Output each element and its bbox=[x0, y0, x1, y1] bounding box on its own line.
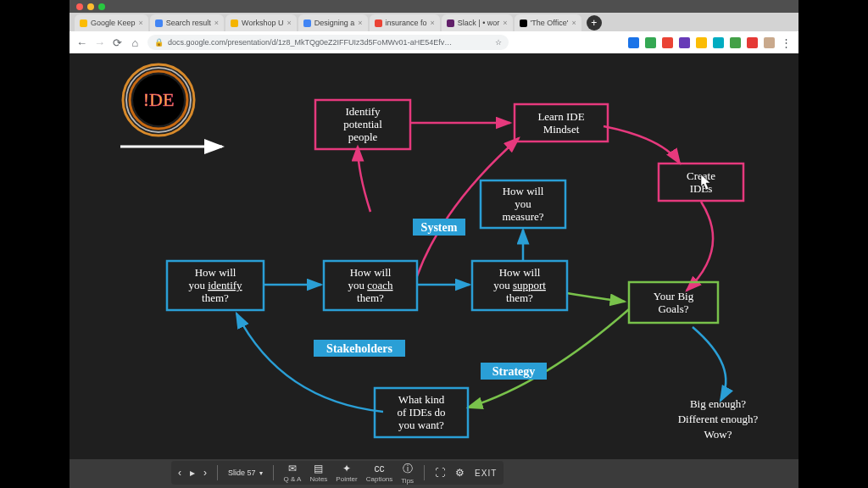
ext-icon[interactable] bbox=[679, 37, 690, 48]
slide-picker[interactable]: Slide 57▾ bbox=[228, 469, 263, 477]
tab-label: Workshop U bbox=[242, 19, 283, 27]
favicon bbox=[375, 19, 382, 27]
tag-stakeholders: Stakeholders bbox=[314, 340, 405, 357]
tab-label: Search result bbox=[166, 19, 211, 27]
ext-icon[interactable] bbox=[662, 37, 673, 48]
prev-slide-button[interactable]: ‹ bbox=[178, 467, 181, 479]
qa-button[interactable]: ✉Q & A bbox=[284, 463, 302, 483]
svg-text:potential: potential bbox=[343, 118, 382, 130]
close-tab-icon[interactable]: × bbox=[139, 19, 143, 27]
lock-icon: 🔒 bbox=[154, 38, 164, 47]
close-tab-icon[interactable]: × bbox=[571, 19, 576, 27]
svg-text:of IDEs do: of IDEs do bbox=[397, 406, 445, 419]
reload-icon[interactable]: ⟳ bbox=[112, 37, 123, 48]
ext-icon[interactable] bbox=[628, 37, 639, 48]
svg-text:you coach: you coach bbox=[348, 279, 393, 291]
tab-label: insurance fo bbox=[386, 19, 427, 27]
freetext-line: Big enough? bbox=[690, 397, 746, 410]
close-tab-icon[interactable]: × bbox=[503, 19, 507, 27]
favicon bbox=[231, 19, 238, 27]
svg-text:them?: them? bbox=[357, 291, 384, 304]
browser-tab[interactable]: Google Keep× bbox=[75, 14, 148, 31]
browser-tab[interactable]: Search result× bbox=[150, 14, 224, 31]
node-identify-potential-people: Identifypotentialpeople bbox=[315, 100, 410, 149]
favicon bbox=[520, 19, 527, 27]
svg-text:Identify: Identify bbox=[345, 105, 381, 118]
arrow bbox=[417, 138, 519, 276]
ext-icon[interactable] bbox=[730, 37, 741, 48]
close-tab-icon[interactable]: × bbox=[214, 19, 219, 27]
ext-icon[interactable] bbox=[645, 37, 656, 48]
address-bar: ← → ⟳ ⌂ 🔒 docs.google.com/presentation/d… bbox=[70, 31, 798, 54]
exit-button[interactable]: EXIT bbox=[475, 469, 497, 478]
notes-button[interactable]: ▤Notes bbox=[309, 463, 327, 483]
svg-text:How will: How will bbox=[503, 185, 544, 197]
ext-icon[interactable] bbox=[747, 37, 758, 48]
close-tab-icon[interactable]: × bbox=[358, 19, 362, 27]
presentation-stage: !DE Identifypotentialpeople Learn IDEMin… bbox=[70, 53, 798, 459]
close-tab-icon[interactable]: × bbox=[287, 19, 291, 27]
favicon bbox=[155, 19, 163, 27]
svg-text:Strategy: Strategy bbox=[492, 365, 536, 378]
back-icon[interactable]: ← bbox=[76, 37, 87, 48]
node-what-kind-of-ides: What kindof IDEs doyou want? bbox=[375, 388, 468, 437]
node-how-identify-them: How willyou identifythem? bbox=[167, 261, 264, 310]
browser-tab[interactable]: Workshop U× bbox=[225, 14, 297, 31]
tag-strategy: Strategy bbox=[481, 363, 547, 380]
window-titlebar bbox=[70, 0, 798, 13]
browser-tab[interactable]: 'The Office'× bbox=[515, 14, 581, 31]
svg-text:people: people bbox=[348, 130, 378, 143]
forward-icon[interactable]: → bbox=[94, 37, 105, 48]
tips-button[interactable]: ⓘTips bbox=[401, 462, 414, 485]
captions-button[interactable]: ccCaptions bbox=[366, 463, 393, 483]
svg-text:What kind: What kind bbox=[398, 393, 445, 406]
svg-text:How will: How will bbox=[195, 266, 236, 279]
node-how-support-them: How willyou supportthem? bbox=[472, 261, 567, 310]
svg-text:How will: How will bbox=[350, 266, 392, 279]
pointer-button[interactable]: ✦Pointer bbox=[336, 463, 357, 483]
svg-text:you support: you support bbox=[493, 279, 546, 291]
svg-text:Mindset: Mindset bbox=[543, 123, 580, 136]
svg-text:them?: them? bbox=[202, 291, 229, 304]
new-tab-button[interactable]: + bbox=[587, 15, 602, 30]
tab-strip: Google Keep×Search result×Workshop U×Des… bbox=[70, 13, 798, 31]
favicon bbox=[80, 19, 87, 27]
arrow bbox=[468, 309, 629, 408]
arrow bbox=[687, 202, 713, 291]
svg-text:them?: them? bbox=[506, 291, 533, 304]
settings-icon[interactable]: ⚙ bbox=[455, 467, 465, 479]
svg-text:System: System bbox=[421, 221, 458, 234]
freetext-line: Different enough? bbox=[678, 413, 759, 425]
presenter-toolbar: ‹ ▸ › Slide 57▾ ✉Q & A ▤Notes ✦Pointer c… bbox=[171, 461, 504, 485]
browser-tab[interactable]: insurance fo× bbox=[370, 14, 440, 31]
close-window-icon[interactable] bbox=[76, 3, 83, 10]
kebab-menu-icon[interactable]: ⋮ bbox=[781, 37, 792, 48]
tag-system: System bbox=[413, 219, 465, 236]
diagram-canvas: !DE Identifypotentialpeople Learn IDEMin… bbox=[70, 53, 798, 459]
star-icon[interactable]: ☆ bbox=[495, 38, 502, 47]
browser-tab[interactable]: Slack | • wor× bbox=[442, 14, 513, 31]
close-tab-icon[interactable]: × bbox=[431, 19, 435, 27]
ext-icon[interactable] bbox=[713, 37, 724, 48]
freetext-line: Wow? bbox=[704, 428, 732, 441]
next-slide-button[interactable]: › bbox=[203, 467, 207, 479]
browser-tab[interactable]: Designing a× bbox=[298, 14, 368, 31]
svg-text:Learn IDE: Learn IDE bbox=[537, 110, 584, 123]
favicon bbox=[303, 19, 311, 27]
tab-label: Designing a bbox=[314, 19, 355, 27]
minimize-window-icon[interactable] bbox=[87, 3, 94, 10]
svg-text:Stakeholders: Stakeholders bbox=[326, 342, 392, 355]
fullscreen-icon[interactable]: ⛶ bbox=[435, 467, 445, 479]
node-how-coach-them: How willyou coachthem? bbox=[324, 261, 417, 310]
home-icon[interactable]: ⌂ bbox=[130, 37, 141, 48]
play-button[interactable]: ▸ bbox=[190, 467, 195, 479]
tab-label: Google Keep bbox=[91, 19, 136, 27]
node-learn-ide-mindset: Learn IDEMindset bbox=[515, 104, 608, 141]
ext-icon[interactable] bbox=[696, 37, 707, 48]
url-field[interactable]: 🔒 docs.google.com/presentation/d/1z8_MkT… bbox=[147, 35, 509, 50]
svg-text:Goals?: Goals? bbox=[658, 302, 688, 315]
arrow bbox=[693, 327, 726, 401]
profile-avatar[interactable] bbox=[764, 37, 775, 48]
fullscreen-window-icon[interactable] bbox=[98, 3, 105, 10]
svg-text:How will: How will bbox=[499, 266, 541, 279]
